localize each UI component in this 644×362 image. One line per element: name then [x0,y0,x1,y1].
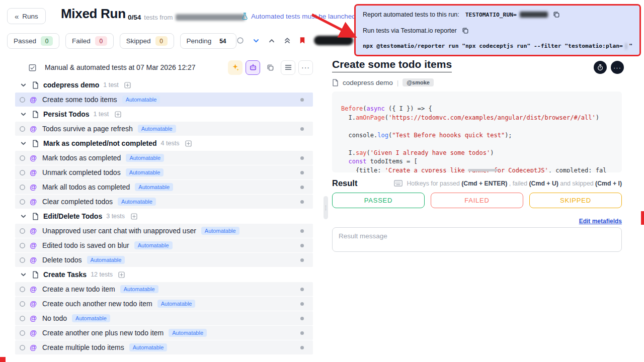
test-row[interactable]: @Create some todo itemsAutomatable [15,93,313,107]
status-pending-icon[interactable] [18,97,26,103]
automatable-badge: Automatable [169,329,207,337]
detail-more-button[interactable]: ··· [611,61,624,74]
back-to-runs-button[interactable]: « Runs [7,8,46,24]
status-dot [300,171,304,174]
status-pending-icon[interactable] [18,286,26,293]
filter-failed-button[interactable]: Failed0 [65,33,114,49]
status-dot [300,186,304,189]
status-pending-icon[interactable] [18,155,26,161]
automatable-badge: Automatable [87,256,125,264]
double-chevron-up-icon[interactable] [284,37,291,44]
test-row[interactable]: @Clear completed todosAutomatable [15,195,313,209]
chevron-down-icon[interactable] [253,37,260,44]
status-dot [300,200,304,204]
status-pending-icon[interactable] [18,184,26,191]
tag-badge[interactable]: @smoke [403,78,434,86]
expand-icon[interactable] [184,140,192,147]
status-pending-icon[interactable] [18,228,26,234]
horizontal-scrollbar-thumb[interactable] [468,169,498,171]
filter-label: Failed [72,37,91,45]
test-row[interactable]: @Todos survive a page refreshAutomatable [15,122,313,136]
document-icon [31,111,39,118]
group-row[interactable]: Persist Todos1 test [15,107,313,121]
chevron-down-icon[interactable] [19,213,27,220]
test-row[interactable]: @Create ouch another new todo itemAutoma… [15,297,313,311]
test-row[interactable]: @Mark all todos as completedAutomatable [15,180,313,194]
test-title: Mark todos as completed [42,154,121,162]
test-tree: codepress demo1 test@Create some todo it… [15,78,313,355]
test-row[interactable]: @Create another one plus new todo itemAu… [15,326,313,340]
automated-view-button[interactable] [246,60,260,75]
test-row[interactable]: @Unmark completed todosAutomatable [15,165,313,179]
duplicate-view-button[interactable] [263,60,278,75]
group-row[interactable]: codepress demo1 test [15,78,313,92]
status-circle-icon[interactable] [236,37,244,44]
result-passed-button[interactable]: PASSED [332,193,425,208]
chevron-down-icon[interactable] [19,140,27,147]
test-code-block: Before(async ({ I }) => { I.amOnPage('ht… [332,92,622,172]
expand-icon[interactable] [118,272,126,278]
status-pending-icon[interactable] [18,126,26,132]
status-pending-icon[interactable] [18,257,26,263]
test-row[interactable]: @Delete todosAutomatable [15,253,313,267]
expand-icon[interactable] [114,111,122,118]
expand-icon[interactable] [130,213,138,220]
group-row[interactable]: Edit/Delete Todos3 tests [15,209,313,223]
test-row[interactable]: @Mark todos as completedAutomatable [15,151,313,165]
copy-icon[interactable] [462,27,469,34]
status-pending-icon[interactable] [18,344,26,351]
filter-count-badge: 54 [216,36,229,46]
test-row[interactable]: @No todoAutomatable [15,311,313,325]
code-line: Before(async ({ I }) => { [341,105,613,114]
chevron-down-icon[interactable] [19,272,27,278]
test-row[interactable]: @Create multiple todo itemsAutomatable [15,340,313,354]
test-row[interactable]: @Edited todo is saved on blurAutomatable [15,238,313,252]
test-title: Create a new todo item [42,285,115,293]
group-row[interactable]: Mark as completed/not completed4 tests [15,136,313,150]
chevron-up-icon[interactable] [268,37,275,44]
result-skipped-button[interactable]: SKIPPED [529,193,622,208]
copy-icon[interactable] [553,11,560,18]
page-title: Mixed Run [61,6,126,22]
test-row[interactable]: @Unapproved user cant chat with unapprov… [15,224,313,238]
result-heading: Result [332,178,357,188]
annotation-red-mark-right [641,211,644,225]
chevron-down-icon[interactable] [19,111,27,118]
automated-test-icon: @ [29,285,37,293]
code-line [341,140,613,149]
automated-test-icon: @ [29,198,37,206]
test-list-header: Manual & automated tests at 07 Mar 2026 … [15,58,313,76]
status-pending-icon[interactable] [18,199,26,205]
status-pending-icon[interactable] [18,315,26,322]
status-pending-icon[interactable] [18,330,26,336]
expand-icon[interactable] [124,82,132,88]
test-row[interactable]: @Create a new todo itemAutomatable [15,282,313,296]
list-view-button[interactable] [281,60,295,75]
filter-skipped-button[interactable]: Skipped0 [120,33,174,49]
status-pending-icon[interactable] [18,242,26,249]
stopwatch-icon [597,64,604,71]
keyboard-icon [394,180,403,187]
redacted-run-id [520,12,548,18]
hamburger-icon [285,64,292,70]
automated-tests-launch-link[interactable]: Automated tests must be launched [242,13,356,20]
panel-resize-handle[interactable]: ⋮ [324,196,328,219]
group-test-count: 12 tests [91,271,113,278]
result-failed-button[interactable]: FAILED [431,193,523,208]
group-row[interactable]: Create Tasks12 tests [15,267,313,282]
timer-button[interactable] [594,61,607,74]
result-message-input[interactable] [332,227,622,252]
edit-metafields-link[interactable]: Edit metafields [579,218,622,225]
filter-pending-button[interactable]: Pending54 [180,33,236,49]
automatable-badge: Automatable [157,300,196,308]
automated-test-icon: @ [29,96,37,104]
status-pending-icon[interactable] [18,301,26,307]
automatable-badge: Automatable [129,343,168,351]
list-more-button[interactable]: ··· [298,60,313,75]
ai-sparkles-button[interactable] [228,60,243,75]
filter-passed-button[interactable]: Passed0 [7,33,59,49]
chevron-down-icon[interactable] [19,82,27,88]
test-count: 0/54 [128,14,141,21]
status-pending-icon[interactable] [18,169,26,176]
bookmark-flag-icon[interactable] [299,37,305,44]
